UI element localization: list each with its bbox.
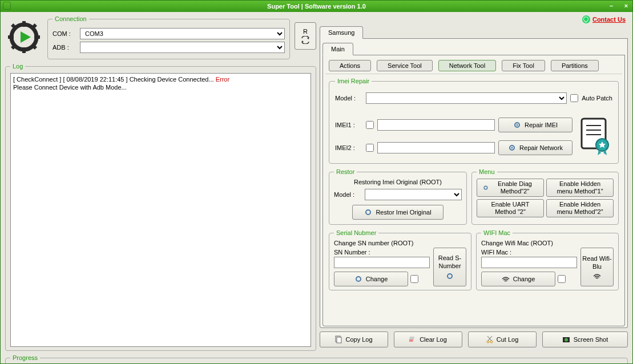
menu-group: Menu Enable Diag Method"2" Enable Hidden…: [471, 168, 619, 225]
title-bar: Super Tool | Software version 1.0 – ×: [1, 1, 632, 12]
log-textarea[interactable]: [ CheckConnect ] [ 08/08/2019 22:11:45 ]…: [10, 73, 311, 347]
auto-patch-label: Auto Patch: [582, 95, 612, 102]
copy-log-button[interactable]: Copy Log: [320, 331, 388, 347]
app-logo: [5, 20, 43, 54]
svg-point-25: [484, 186, 487, 189]
svg-rect-1: [22, 21, 26, 27]
svg-point-24: [366, 210, 370, 215]
wifi-group: WIFI Mac Change Wifi Mac (ROOT) WIFI Mac…: [476, 229, 619, 290]
clear-log-button[interactable]: Clear Log: [394, 331, 462, 347]
subtab-fix-tool[interactable]: Fix Tool: [502, 60, 545, 71]
com-select[interactable]: COM3: [80, 28, 285, 39]
connection-legend: Connection: [53, 15, 89, 22]
cut-log-button[interactable]: Cut Log: [468, 331, 537, 347]
imei1-checkbox[interactable]: [366, 121, 374, 129]
restor-imei-button[interactable]: Restor Imei Original: [352, 205, 443, 220]
read-sn-button[interactable]: Read S-Number: [433, 248, 466, 286]
eraser-icon: [409, 335, 416, 343]
wifi-icon: [502, 276, 510, 282]
imei1-input[interactable]: [377, 119, 495, 131]
wifi-mac-input[interactable]: [481, 257, 577, 268]
tab-samsung[interactable]: Samsung: [320, 26, 363, 39]
svg-point-26: [356, 277, 361, 281]
wifi-desc: Change Wifi Mac (ROOT): [481, 240, 614, 246]
refresh-label: R: [303, 28, 308, 35]
restor-model-select[interactable]: [365, 189, 462, 200]
subtab-actions[interactable]: Actions: [329, 60, 371, 71]
sn-input[interactable]: [334, 257, 430, 268]
svg-marker-9: [21, 31, 31, 43]
model-select[interactable]: [366, 92, 567, 104]
restor-legend: Restor: [334, 168, 357, 175]
svg-rect-31: [409, 337, 414, 339]
sn-change-button[interactable]: Change: [334, 272, 408, 286]
restor-model-label: Model :: [334, 191, 361, 198]
svg-point-27: [447, 274, 452, 278]
close-button[interactable]: ×: [622, 2, 630, 10]
svg-point-13: [516, 124, 518, 126]
serial-legend: Serial Nubmer: [334, 229, 378, 236]
imei1-label: IMEI1 :: [335, 122, 362, 128]
read-wifi-button[interactable]: Read Wifi-Blu: [580, 248, 614, 286]
progress-legend: Progress: [10, 354, 40, 361]
adb-label: ADB :: [53, 44, 76, 51]
log-legend: Log: [10, 63, 25, 70]
imei2-label: IMEI2 :: [335, 144, 362, 151]
minimize-button[interactable]: –: [607, 2, 615, 10]
progress-group: Progress: [5, 354, 628, 364]
imei2-checkbox[interactable]: [366, 144, 374, 152]
gear-icon: [364, 208, 372, 216]
copy-icon: [335, 335, 342, 343]
gear-icon: [354, 275, 362, 283]
subtab-service-tool[interactable]: Service Tool: [377, 60, 433, 71]
whatsapp-icon: [582, 15, 590, 23]
serial-desc: Change SN number (ROOT): [334, 240, 466, 246]
svg-point-15: [511, 147, 513, 149]
contact-us-link[interactable]: Contact Us: [582, 15, 626, 23]
repair-imei-button[interactable]: Repair IMEI: [498, 118, 572, 132]
enable-diag-button[interactable]: Enable Diag Method"2": [477, 179, 544, 197]
svg-point-33: [490, 341, 493, 343]
enable-uart-button[interactable]: Enable UART Method "2": [477, 199, 544, 217]
imei2-input[interactable]: [377, 142, 495, 153]
log-group: Log [ CheckConnect ] [ 08/08/2019 22:11:…: [5, 63, 316, 351]
imei-legend: Imei Repair: [335, 78, 372, 84]
scissors-icon: [486, 335, 493, 343]
svg-rect-3: [8, 35, 14, 39]
enable-hidden2-button[interactable]: Enable Hidden menu Method"2": [546, 199, 614, 217]
adb-select[interactable]: [80, 42, 285, 53]
repair-network-button[interactable]: Repair Network: [498, 140, 572, 155]
tab-main[interactable]: Main: [322, 43, 353, 55]
sn-label: SN Number :: [334, 249, 430, 256]
wifi-change-button[interactable]: Change: [481, 272, 555, 286]
refresh-icon: [301, 36, 310, 44]
gear-icon: [508, 144, 516, 152]
gear-icon: [446, 272, 454, 280]
svg-marker-10: [307, 37, 309, 39]
subtab-partitions[interactable]: Partitions: [551, 60, 599, 71]
window-title: Super Tool | Software version 1.0: [267, 3, 366, 10]
auto-patch-checkbox[interactable]: [570, 94, 578, 102]
wifi-checkbox[interactable]: [558, 275, 566, 283]
connection-group: Connection COM : COM3 ADB :: [47, 15, 290, 59]
enable-hidden1-button[interactable]: Enable Hidden menu Method"1": [546, 179, 614, 197]
restor-group: Restor Restoring Imei Original (ROOT) Mo…: [329, 168, 467, 225]
svg-rect-29: [337, 337, 341, 343]
sn-checkbox[interactable]: [410, 275, 418, 283]
svg-line-34: [488, 336, 492, 341]
certificate-icon: [578, 116, 612, 156]
svg-line-35: [487, 336, 491, 341]
camera-icon: [562, 335, 570, 343]
refresh-button[interactable]: R: [295, 22, 316, 50]
restor-desc: Restoring Imei Original (ROOT): [334, 179, 462, 185]
app-icon: [3, 2, 11, 10]
wifi-legend: WIFI Mac: [481, 229, 513, 236]
screenshot-button[interactable]: Screen Shot: [542, 331, 628, 347]
subtab-network-tool[interactable]: Network Tool: [438, 60, 496, 71]
svg-point-37: [565, 338, 568, 342]
svg-rect-4: [34, 35, 40, 39]
model-label: Model :: [335, 95, 362, 102]
gear-icon: [483, 184, 489, 192]
svg-point-32: [487, 341, 489, 343]
com-label: COM :: [53, 30, 76, 37]
